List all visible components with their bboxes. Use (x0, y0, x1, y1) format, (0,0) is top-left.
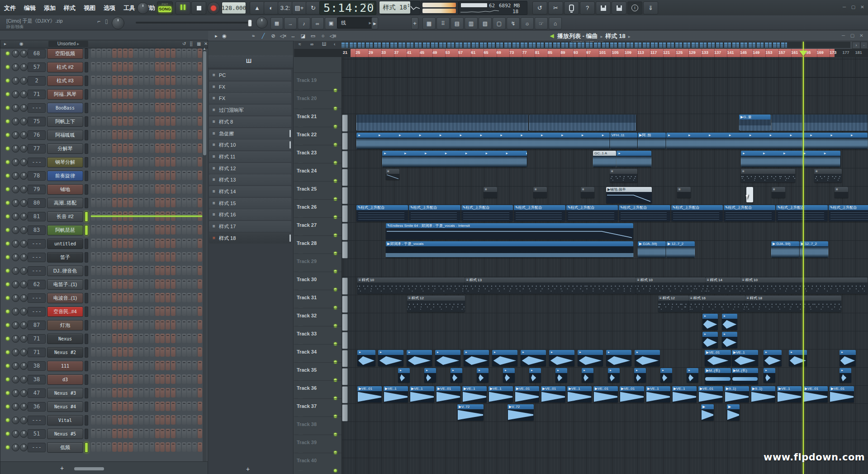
clip[interactable]: ▶G..量 (739, 115, 771, 131)
step-cell[interactable] (107, 279, 111, 289)
add-channel-button[interactable]: + (60, 464, 64, 472)
main-volume-pitch-meters[interactable] (421, 1, 459, 15)
track-color-slot[interactable] (342, 386, 348, 403)
step-cell[interactable] (192, 415, 197, 425)
step-cell[interactable] (112, 171, 117, 180)
clip[interactable]: ▶M..(长) (732, 368, 758, 384)
step-cell[interactable] (198, 442, 202, 452)
step-cell[interactable] (112, 415, 117, 425)
step-cell[interactable] (139, 293, 143, 302)
step-cell[interactable] (160, 402, 165, 411)
step-cell[interactable] (123, 252, 128, 262)
channel-pan-knob[interactable] (12, 335, 19, 343)
step-cell[interactable] (182, 347, 186, 357)
step-cell[interactable] (171, 171, 175, 180)
clip[interactable]: ▶VE..01 (705, 350, 731, 366)
step-cell[interactable] (171, 225, 175, 235)
rack-grid-icon[interactable]: ▦ (197, 41, 201, 46)
channel-led[interactable] (6, 378, 9, 381)
channel-led[interactable] (6, 65, 9, 69)
channel-pan-knob[interactable] (12, 417, 19, 424)
step-cell[interactable] (187, 239, 191, 248)
channel-select-slot[interactable] (85, 89, 88, 100)
step-cell[interactable] (96, 334, 101, 343)
clip[interactable]: ► (357, 350, 375, 366)
channel-button[interactable]: 阿福呱呱 (47, 130, 83, 140)
channel-volume-knob[interactable] (20, 294, 28, 302)
step-cell[interactable] (176, 429, 181, 438)
step-cell[interactable] (182, 361, 186, 370)
step-cell[interactable] (171, 320, 175, 330)
channel-volume-knob[interactable] (20, 50, 28, 57)
download-icon[interactable]: ⇓ (643, 1, 658, 14)
step-cell[interactable] (150, 293, 154, 302)
channel-led[interactable] (6, 296, 9, 300)
clip[interactable]: ≡ 样式 12 (407, 296, 465, 312)
stretch-tool-icon[interactable]: ↔ (289, 32, 298, 39)
step-cell[interactable] (150, 306, 154, 316)
step-cell[interactable] (128, 89, 133, 99)
step-cell[interactable] (91, 171, 95, 180)
step-cell[interactable] (198, 239, 202, 248)
step-cell[interactable] (118, 415, 122, 425)
step-cell[interactable] (160, 374, 165, 384)
step-cell[interactable] (112, 442, 117, 452)
step-cell[interactable] (112, 334, 117, 343)
step-cell[interactable] (123, 89, 128, 99)
touch-icon[interactable]: ☞ (535, 17, 548, 29)
step-cell[interactable] (160, 293, 165, 302)
channel-volume-knob[interactable] (20, 389, 28, 397)
step-cell[interactable] (139, 225, 143, 235)
minimap-next-button[interactable]: › (852, 42, 860, 49)
step-cell[interactable] (128, 239, 133, 248)
clip[interactable]: ► (606, 350, 631, 366)
pattern-item[interactable]: ≡PC (209, 70, 291, 81)
step-cell[interactable] (139, 144, 143, 153)
channel-volume-knob[interactable] (20, 158, 28, 166)
step-cell[interactable] (139, 361, 143, 370)
step-cell[interactable] (91, 130, 95, 139)
touch-controller-icon[interactable]: ♪ (298, 17, 310, 29)
step-cell[interactable] (155, 374, 160, 384)
step-cell[interactable] (166, 252, 170, 262)
step-cell[interactable] (123, 144, 128, 153)
clip[interactable]: ► (635, 350, 660, 366)
step-cell[interactable] (192, 103, 197, 112)
step-cell[interactable] (102, 171, 106, 180)
mixer-icon[interactable]: ▥ (465, 17, 478, 29)
step-cell[interactable] (160, 157, 165, 167)
master-volume-thumb[interactable] (248, 19, 252, 27)
channel-button[interactable]: 低频 (47, 442, 83, 453)
clip[interactable]: ► (722, 314, 737, 330)
clip[interactable]: ► (702, 314, 718, 330)
step-cell[interactable] (155, 116, 160, 126)
step-cell[interactable] (182, 130, 186, 139)
step-cell[interactable] (182, 225, 186, 235)
step-cell[interactable] (144, 157, 149, 167)
step-cell[interactable] (139, 415, 143, 425)
step-cell[interactable] (187, 116, 191, 126)
step-cell[interactable] (150, 266, 154, 275)
clip[interactable]: ≡ 样式 13 (465, 278, 636, 294)
step-cell[interactable] (187, 320, 191, 330)
step-cell[interactable] (160, 130, 165, 139)
step-cell[interactable] (182, 429, 186, 438)
channel-led[interactable] (6, 201, 9, 205)
step-cell[interactable] (166, 62, 170, 72)
channel-pan-knob[interactable] (12, 349, 19, 356)
step-cell[interactable] (102, 361, 106, 370)
channel-pan-knob[interactable] (12, 91, 19, 98)
channel-select-slot[interactable] (85, 211, 88, 222)
clip[interactable]: ► ► ► ► ► (741, 151, 840, 167)
step-cell[interactable] (150, 89, 154, 99)
channel-led[interactable] (6, 160, 9, 164)
channel-pan-knob[interactable] (12, 199, 19, 207)
step-cell[interactable] (144, 89, 149, 99)
step-cell[interactable] (182, 306, 186, 316)
step-cell[interactable] (176, 225, 181, 235)
step-cell[interactable] (133, 48, 138, 58)
step-cell[interactable] (166, 293, 170, 302)
channel-pan-knob[interactable] (12, 376, 19, 383)
step-cell[interactable] (112, 252, 117, 262)
channel-led[interactable] (6, 405, 9, 408)
